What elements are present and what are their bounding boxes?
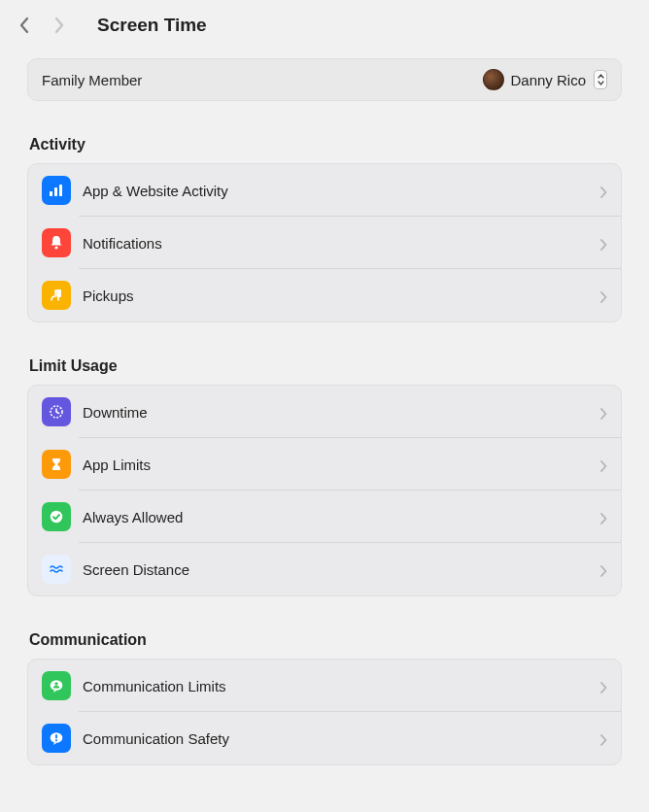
row-label: Communication Limits xyxy=(83,678,599,694)
svg-point-8 xyxy=(54,682,57,685)
chevron-right-icon xyxy=(599,185,607,196)
family-member-dropdown[interactable] xyxy=(594,70,607,89)
row-label: App & Website Activity xyxy=(83,183,599,199)
pickup-icon xyxy=(42,281,71,310)
svg-rect-2 xyxy=(59,185,62,196)
row-screen-distance[interactable]: Screen Distance xyxy=(28,543,621,595)
section-title-activity: Activity xyxy=(29,136,622,153)
section-title-limit-usage: Limit Usage xyxy=(29,357,622,375)
chart-bar-icon xyxy=(42,176,71,205)
chevron-right-icon xyxy=(599,511,607,523)
chevron-right-icon xyxy=(599,732,607,744)
svg-rect-0 xyxy=(50,191,52,196)
svg-rect-4 xyxy=(56,289,61,297)
back-button[interactable] xyxy=(16,14,33,37)
row-always-allowed[interactable]: Always Allowed xyxy=(28,491,621,543)
chevron-down-icon xyxy=(598,81,604,85)
header: Screen Time xyxy=(0,0,649,47)
section-title-communication: Communication xyxy=(29,631,622,649)
row-downtime[interactable]: Downtime xyxy=(28,386,621,438)
row-label: Always Allowed xyxy=(83,509,599,525)
chevron-right-icon xyxy=(53,17,65,34)
row-label: Communication Safety xyxy=(83,730,599,747)
row-communication-limits[interactable]: Communication Limits xyxy=(28,660,621,712)
avatar xyxy=(483,69,504,90)
checkmark-shield-icon xyxy=(42,502,71,531)
row-app-limits[interactable]: App Limits xyxy=(28,438,621,491)
chevron-right-icon xyxy=(599,680,607,692)
forward-button xyxy=(51,14,68,37)
chevron-right-icon xyxy=(599,563,607,575)
row-pickups[interactable]: Pickups xyxy=(28,269,621,321)
svg-rect-1 xyxy=(54,187,57,196)
bubble-warning-icon xyxy=(42,724,71,753)
row-label: Downtime xyxy=(83,404,599,421)
row-label: Pickups xyxy=(83,288,599,304)
family-member-name: Danny Rico xyxy=(510,72,586,88)
clock-icon xyxy=(42,397,71,426)
section-activity: Activity App & Website Activity Notifica… xyxy=(27,136,622,322)
chevron-right-icon xyxy=(599,406,607,418)
svg-point-11 xyxy=(55,739,57,741)
chevron-right-icon xyxy=(599,289,607,301)
row-label: Screen Distance xyxy=(83,561,599,578)
bell-icon xyxy=(42,228,71,257)
chevron-right-icon xyxy=(599,237,607,249)
row-communication-safety[interactable]: Communication Safety xyxy=(28,712,621,764)
chevron-left-icon xyxy=(18,17,30,34)
chevron-right-icon xyxy=(599,458,607,470)
waves-icon xyxy=(42,555,71,584)
hourglass-icon xyxy=(42,450,71,479)
family-member-selector[interactable]: Family Member Danny Rico xyxy=(27,58,622,101)
family-member-label: Family Member xyxy=(42,72,142,88)
person-bubble-icon xyxy=(42,671,71,700)
svg-point-3 xyxy=(54,246,57,249)
section-limit-usage: Limit Usage Downtime App Limits xyxy=(27,357,622,596)
page-title: Screen Time xyxy=(97,15,207,36)
section-communication: Communication Communication Limits Commu… xyxy=(27,631,622,765)
row-app-website-activity[interactable]: App & Website Activity xyxy=(28,164,621,217)
row-notifications[interactable]: Notifications xyxy=(28,217,621,269)
row-label: App Limits xyxy=(83,457,599,473)
chevron-up-icon xyxy=(598,74,604,79)
svg-rect-10 xyxy=(55,734,57,739)
row-label: Notifications xyxy=(83,235,599,252)
